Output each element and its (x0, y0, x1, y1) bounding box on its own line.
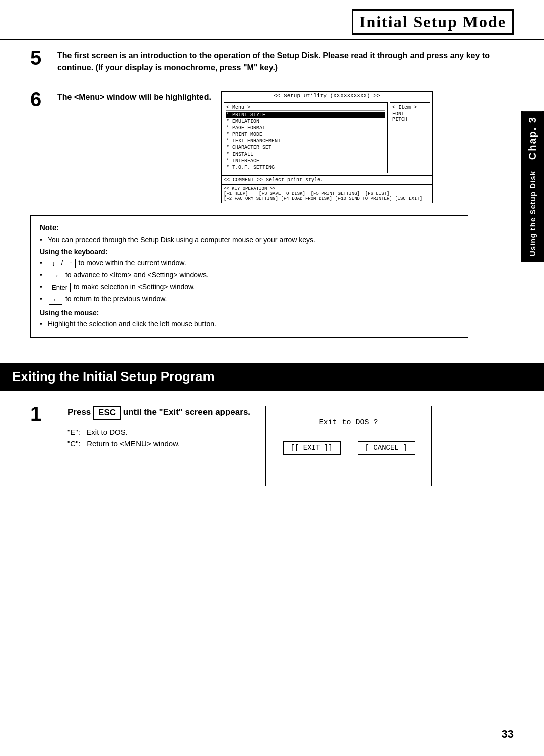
setup-keys-row2: [F2=FACTORY SETTING] [F4=LOAD FROM DISK]… (224, 196, 430, 201)
exit-step-1: 1 Press ESC until the "Exit" screen appe… (30, 406, 514, 486)
option-c-key: "C": (67, 439, 85, 448)
down-arrow-icon: ↓ (49, 259, 58, 268)
setup-keys: << KEY OPERATION >> [F1=HELP] [F3=SAVE T… (222, 184, 432, 203)
chapter-sidebar: Chap. 3 Using the Setup Disk (521, 111, 544, 262)
option-c-desc: Return to <MENU> window. (87, 439, 180, 448)
setup-menu-item-1: * EMULATION (226, 118, 385, 125)
exit-left: Press ESC until the "Exit" screen appear… (67, 406, 250, 451)
exit-option-e: "E": Exit to DOS. (67, 428, 250, 436)
exit-step-text: Press ESC until the "Exit" screen appear… (67, 406, 250, 420)
keyboard-item-1: → to advance to <Item> and <Setting> win… (40, 271, 459, 280)
esc-key: ESC (93, 406, 121, 420)
enter-key-icon: Enter (49, 283, 71, 292)
setup-body: < Menu > * PRINT STYLE * EMULATION * PAG… (222, 100, 432, 175)
setup-menu-item-4: * TEXT ENHANCEMENT (226, 138, 385, 144)
keyboard-item-2: Enter to make selection in <Setting> win… (40, 283, 459, 292)
setup-menu-item-8: * T.O.F. SETTING (226, 164, 385, 171)
main-content: 5 The first screen is an introduction to… (0, 40, 544, 363)
setup-comment: << COMMENT >> Select print style. (222, 175, 432, 184)
step-5: 5 The first screen is an introduction to… (30, 50, 494, 79)
setup-utility-box: << Setup Utility (XXXXXXXXXX) >> < Menu … (221, 91, 433, 203)
option-e-desc: Exit to DOS. (86, 428, 128, 436)
setup-menu-item-2: * PAGE FORMAT (226, 125, 385, 131)
setup-title-bar: << Setup Utility (XXXXXXXXXX) >> (222, 92, 432, 100)
setup-keys-row1: [F1=HELP] [F3=SAVE TO DISK] [F5=PRINT SE… (224, 191, 430, 196)
step-6-left: The <Menu> window will be highlighted. (57, 91, 211, 108)
until-label: until the "Exit" screen appears. (123, 407, 250, 417)
step-5-number: 5 (30, 48, 57, 68)
mouse-item-0: Highlight the selection and click the le… (40, 320, 459, 328)
exit-dialog: Exit to DOS ? [[ EXIT ]] [ CANCEL ] (265, 406, 432, 486)
setup-item-pitch: PITCH (392, 117, 428, 122)
exit-dialog-title: Exit to DOS ? (274, 418, 423, 427)
page-title: Initial Setup Mode (352, 9, 514, 35)
step-6-text: The <Menu> window will be highlighted. (57, 91, 211, 103)
exit-options: "E": Exit to DOS. "C": Return to <MENU> … (67, 428, 250, 448)
exit-dialog-cancel-button[interactable]: [ CANCEL ] (358, 441, 415, 455)
exit-step-number: 1 (30, 404, 57, 424)
exit-step-content: Press ESC until the "Exit" screen appear… (67, 406, 514, 486)
step-6-layout: The <Menu> window will be highlighted. <… (57, 91, 494, 203)
step-6-content: The <Menu> window will be highlighted. <… (57, 91, 494, 203)
setup-menu-item-5: * CHARACTER SET (226, 144, 385, 151)
keyboard-item-3: ← to return to the previous window. (40, 295, 459, 305)
up-arrow-icon: ↑ (66, 259, 76, 268)
keyboard-section-title: Using the keyboard: (40, 248, 459, 256)
setup-menu-item-3: * PRINT MODE (226, 131, 385, 138)
note-intro: You can proceed through the Setup Disk u… (40, 236, 459, 244)
setup-keys-header: << KEY OPERATION >> (224, 186, 430, 191)
right-arrow-icon: → (49, 271, 62, 280)
step-6-number: 6 (30, 89, 57, 109)
setup-item-font: FONT (392, 111, 428, 117)
keyboard-item-0: ↓ / ↑ to move within the current window. (40, 259, 459, 268)
exit-section: 1 Press ESC until the "Exit" screen appe… (0, 406, 544, 486)
section-header: Exiting the Initial Setup Program (0, 363, 544, 391)
setup-item-col: < Item > FONT PITCH (390, 102, 430, 173)
left-arrow-icon: ← (49, 295, 62, 305)
option-e-key: "E": (67, 428, 84, 436)
step-5-content: The first screen is an introduction to t… (57, 50, 494, 79)
setup-menu-col: < Menu > * PRINT STYLE * EMULATION * PAG… (224, 102, 388, 173)
press-label: Press (67, 407, 91, 417)
note-title: Note: (40, 223, 459, 232)
step-5-text: The first screen is an introduction to t… (57, 50, 494, 74)
setup-comment-text: Select print style. (266, 177, 323, 183)
setup-menu-header: < Menu > (226, 105, 385, 111)
setup-item-header: < Item > (392, 105, 428, 110)
mouse-section-title: Using the mouse: (40, 309, 459, 317)
exit-layout: Press ESC until the "Exit" screen appear… (67, 406, 514, 486)
setup-menu-item-7: * INTERFACE (226, 158, 385, 164)
exit-option-c: "C": Return to <MENU> window. (67, 439, 250, 448)
setup-comment-header: << COMMENT >> (224, 177, 266, 183)
page-header: Initial Setup Mode (0, 0, 544, 40)
sidebar-section-label: Using the Setup Disk (524, 165, 541, 262)
note-box: Note: You can proceed through the Setup … (30, 215, 468, 338)
setup-menu-item-0: * PRINT STYLE (226, 112, 385, 118)
setup-menu-item-6: * INSTALL (226, 151, 385, 158)
chapter-label: Chap. 3 (523, 111, 542, 165)
page-number: 33 (502, 728, 514, 741)
exit-dialog-buttons: [[ EXIT ]] [ CANCEL ] (274, 441, 423, 455)
step-6: 6 The <Menu> window will be highlighted.… (30, 91, 494, 203)
exit-dialog-exit-button[interactable]: [[ EXIT ]] (283, 441, 341, 455)
